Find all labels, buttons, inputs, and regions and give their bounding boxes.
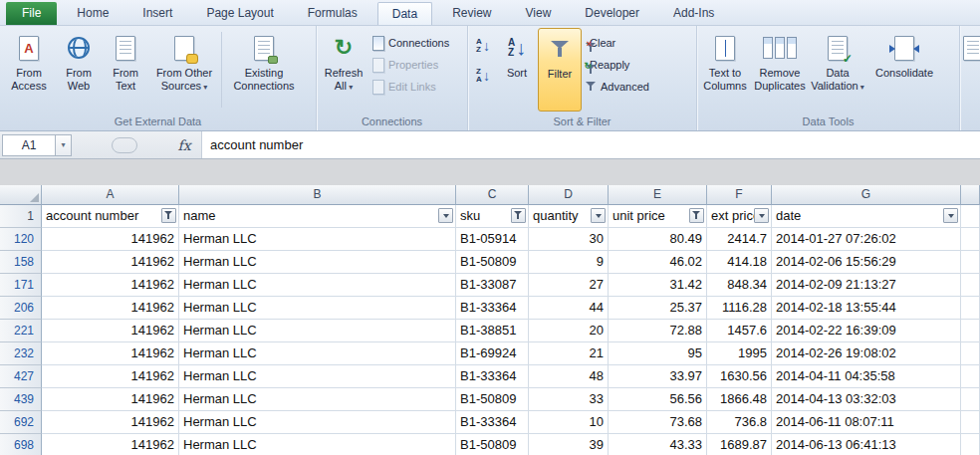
cell[interactable]: 48	[529, 365, 609, 388]
cell[interactable]: Herman LLC	[179, 297, 456, 320]
tab-developer[interactable]: Developer	[571, 2, 653, 25]
from-web-button[interactable]: From Web	[56, 28, 102, 112]
filter-dropdown-button[interactable]	[943, 208, 958, 223]
cell[interactable]: 2014-02-18 13:55:44	[772, 297, 961, 320]
cell[interactable]: 414.18	[707, 251, 772, 274]
cell[interactable]: 33	[529, 388, 609, 411]
cell[interactable]: 141962	[42, 297, 179, 320]
cell[interactable]: 72.88	[609, 320, 707, 342]
row-number[interactable]: 692	[0, 411, 42, 434]
filter-funnel-button[interactable]	[161, 208, 176, 223]
row-number[interactable]: 120	[0, 228, 42, 251]
remove-duplicates-button[interactable]: Remove Duplicates	[751, 28, 809, 112]
consolidate-button[interactable]: Consolidate	[866, 28, 942, 112]
cell[interactable]: 2014-06-11 08:07:11	[772, 411, 961, 434]
cell[interactable]: B1-33364	[456, 365, 529, 388]
cell[interactable]: 141962	[42, 320, 179, 342]
cell[interactable]: 141962	[42, 365, 179, 388]
cell[interactable]: 39	[529, 434, 609, 455]
cell[interactable]: 20	[529, 320, 609, 342]
cell[interactable]: 43.33	[609, 434, 707, 455]
row-number[interactable]: 206	[0, 297, 42, 320]
cell[interactable]: 30	[529, 228, 609, 251]
text-to-columns-button[interactable]: Text to Columns	[699, 28, 751, 112]
cell[interactable]: 2014-01-27 07:26:02	[772, 228, 961, 251]
tab-add-ins[interactable]: Add-Ins	[659, 2, 728, 25]
cell[interactable]: 141962	[42, 342, 179, 365]
tab-formulas[interactable]: Formulas	[294, 2, 371, 25]
column-header-B[interactable]: B	[179, 185, 456, 205]
cell[interactable]: B1-50809	[456, 434, 529, 455]
column-header-C[interactable]: C	[456, 185, 529, 205]
column-header-F[interactable]: F	[707, 185, 772, 205]
cell[interactable]: 80.49	[609, 228, 707, 251]
cell[interactable]: 2014-02-22 16:39:09	[772, 320, 961, 342]
connections-button[interactable]: Connections	[368, 32, 453, 54]
cell[interactable]: 10	[529, 411, 609, 434]
cell[interactable]: 25.37	[609, 297, 707, 320]
cell[interactable]: B1-69924	[456, 342, 529, 365]
row-number[interactable]: 221	[0, 320, 42, 342]
insert-function-button[interactable]: fx	[167, 134, 201, 156]
tab-insert[interactable]: Insert	[128, 2, 186, 25]
cell[interactable]: 2014-04-11 04:35:58	[772, 365, 961, 388]
filter-dropdown-button[interactable]	[438, 208, 453, 223]
tab-review[interactable]: Review	[438, 2, 505, 25]
cell[interactable]: 2014-02-26 19:08:02	[772, 342, 961, 365]
tab-data[interactable]: Data	[377, 2, 432, 25]
cell[interactable]: 1116.28	[707, 297, 772, 320]
cell[interactable]: Herman LLC	[179, 342, 456, 365]
header-cell[interactable]: sku	[456, 205, 529, 228]
cell[interactable]: 1866.48	[707, 388, 772, 411]
cell[interactable]: 95	[609, 342, 707, 365]
cell[interactable]: Herman LLC	[179, 251, 456, 274]
header-cell[interactable]: quantity	[529, 205, 609, 228]
tab-page-layout[interactable]: Page Layout	[192, 2, 287, 25]
what-if-analysis-button-partial[interactable]	[962, 28, 980, 112]
cell[interactable]: 2014-02-09 21:13:27	[772, 274, 961, 297]
cell[interactable]: 141962	[42, 411, 179, 434]
clear-button[interactable]: × Clear	[582, 32, 653, 54]
column-header-G[interactable]: G	[772, 185, 961, 205]
header-cell[interactable]: ext price	[707, 205, 772, 228]
row-number[interactable]: 171	[0, 274, 42, 297]
cell[interactable]: 1995	[707, 342, 772, 365]
cell[interactable]: 736.8	[707, 411, 772, 434]
cell[interactable]: Herman LLC	[179, 434, 456, 455]
cell[interactable]: Herman LLC	[179, 320, 456, 342]
cell[interactable]: 27	[529, 274, 609, 297]
formula-input[interactable]: account number	[201, 131, 980, 158]
header-cell[interactable]: date	[772, 205, 961, 228]
from-other-sources-button[interactable]: From Other Sources	[149, 28, 219, 112]
row-number[interactable]: 439	[0, 388, 42, 411]
header-cell[interactable]: unit price	[609, 205, 707, 228]
cell[interactable]: 2014-02-06 15:56:29	[772, 251, 961, 274]
header-cell[interactable]: name	[179, 205, 456, 228]
column-header-D[interactable]: D	[529, 185, 609, 205]
cell[interactable]: 141962	[42, 228, 179, 251]
cell[interactable]: 141962	[42, 274, 179, 297]
column-header-E[interactable]: E	[609, 185, 707, 205]
cell[interactable]: B1-50809	[456, 388, 529, 411]
from-access-button[interactable]: A From Access	[2, 28, 56, 112]
cell[interactable]: B1-50809	[456, 251, 529, 274]
column-header-A[interactable]: A	[42, 185, 179, 205]
cell[interactable]: 9	[529, 251, 609, 274]
cell[interactable]: B1-33364	[456, 297, 529, 320]
cell[interactable]: 141962	[42, 251, 179, 274]
from-text-button[interactable]: From Text	[102, 28, 149, 112]
cell[interactable]: 56.56	[609, 388, 707, 411]
cell[interactable]: Herman LLC	[179, 365, 456, 388]
advanced-button[interactable]: Advanced	[582, 76, 653, 98]
cell[interactable]: B1-05914	[456, 228, 529, 251]
cell[interactable]: B1-33087	[456, 274, 529, 297]
row-number[interactable]: 698	[0, 434, 42, 455]
row-number[interactable]: 232	[0, 342, 42, 365]
row-number[interactable]: 1	[0, 205, 42, 228]
filter-dropdown-button[interactable]	[591, 208, 606, 223]
filter-dropdown-button[interactable]	[754, 208, 769, 223]
sort-ascending-button[interactable]: AZ ↓	[470, 34, 496, 58]
cell[interactable]: Herman LLC	[179, 274, 456, 297]
filter-funnel-button[interactable]	[511, 208, 526, 223]
sort-descending-button[interactable]: ZA ↓	[470, 64, 496, 88]
